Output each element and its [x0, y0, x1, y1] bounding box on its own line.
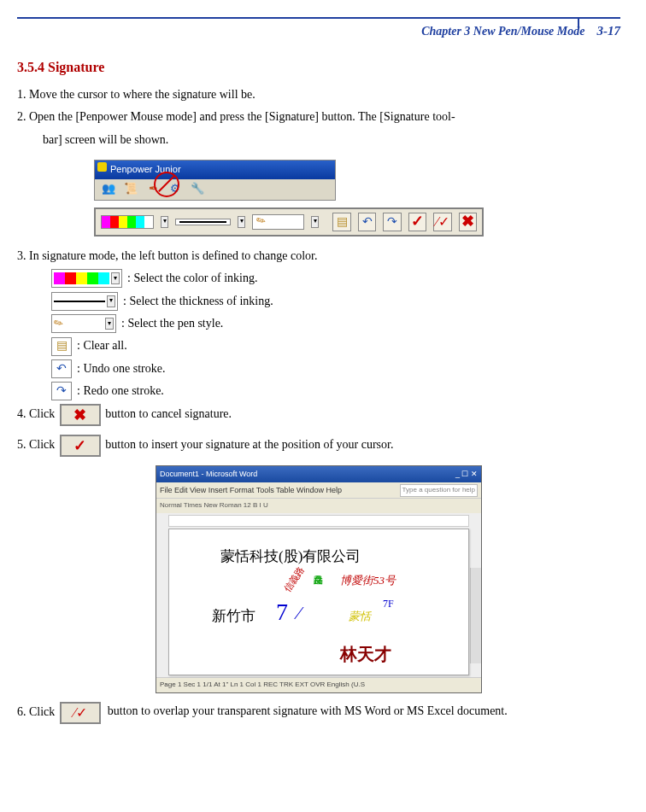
- thickness-picker[interactable]: [175, 219, 231, 225]
- doc-text-2: 新竹市: [212, 605, 255, 628]
- option-redo-label: : Redo one stroke.: [77, 382, 164, 400]
- step-2-line1: 2. Open the [Penpower Mouse mode] and pr…: [17, 108, 620, 126]
- option-color: ▾ : Select the color of inking.: [51, 269, 620, 288]
- option-thickness-label: : Select the thickness of inking.: [123, 292, 273, 311]
- step-1: 1. Move the cursor to where the signatur…: [17, 85, 620, 104]
- thickness-dropdown[interactable]: ▾: [238, 216, 245, 228]
- option-thickness: ▾ : Select the thickness of inking.: [51, 292, 620, 311]
- ruler-icon: [168, 515, 469, 527]
- clear-button[interactable]: ▤: [332, 213, 350, 231]
- signature-icon[interactable]: ✒: [144, 182, 162, 197]
- overlap-inline-button[interactable]: ⁄✓: [60, 702, 101, 724]
- msword-screenshot: Document1 - Microsoft Word _ ☐ ✕ File Ed…: [156, 465, 482, 692]
- thickness-selector-icon[interactable]: ▾: [51, 292, 118, 311]
- insert-button[interactable]: ✓: [408, 213, 426, 231]
- users-icon[interactable]: 👥: [100, 182, 117, 197]
- signature-text: 林天才: [340, 640, 391, 668]
- settings-icon[interactable]: 🔧: [189, 182, 206, 197]
- gear-icon[interactable]: ⚙: [167, 182, 184, 197]
- step-3: 3. In signature mode, the left button is…: [17, 247, 620, 266]
- annotation-5: 蒙恬: [349, 608, 371, 626]
- annotation-1: 信義路: [280, 564, 308, 595]
- window-controls-icon: _ ☐ ✕: [455, 468, 478, 480]
- help-search[interactable]: Type a question for help: [400, 484, 478, 497]
- annotation-4: 7F: [383, 596, 394, 612]
- step-2-line2: bar] screen will be shown.: [17, 131, 620, 149]
- step-5: 5. Click ✓ button to insert your signatu…: [17, 435, 620, 457]
- section-heading: 3.5.4 Signature: [17, 56, 620, 79]
- cancel-button[interactable]: ✖: [459, 213, 477, 231]
- word-menubar: File Edit View Insert Format Tools Table…: [156, 482, 481, 498]
- annotation-line: ⁄: [297, 598, 301, 628]
- insert-inline-button[interactable]: ✓: [60, 435, 101, 457]
- redo-button[interactable]: ↷: [383, 213, 401, 231]
- doc-text-1: 蒙恬科技(股)有限公司: [220, 545, 361, 568]
- undo-icon[interactable]: ↶: [51, 359, 72, 378]
- pen-selector-icon[interactable]: ✎▾: [51, 314, 116, 333]
- option-undo: ↶ : Undo one stroke.: [51, 359, 620, 378]
- pen-dropdown[interactable]: ▾: [311, 216, 319, 228]
- redo-icon[interactable]: ↷: [51, 382, 72, 400]
- page-number: 3-17: [597, 20, 621, 41]
- color-picker[interactable]: [101, 215, 154, 229]
- junior-titlebar: Penpower Junior: [95, 161, 335, 179]
- clear-icon[interactable]: ▤: [51, 337, 72, 356]
- option-redo: ↷ : Redo one stroke.: [51, 382, 620, 400]
- option-clear-label: : Clear all.: [77, 336, 127, 355]
- word-statusbar: Page 1 Sec 1 1/1 At 1" Ln 1 Col 1 REC TR…: [156, 677, 481, 692]
- option-color-label: : Select the color of inking.: [127, 269, 257, 288]
- word-title: Document1 - Microsoft Word: [160, 468, 257, 480]
- signature-toolbar: ▾ ▾ ✎ ▾ ▤ ↶ ↷ ✓ ⁄✓ ✖: [94, 207, 484, 237]
- word-toolbar: Normal Times New Roman 12 B I U: [156, 498, 481, 513]
- step-4: 4. Click ✖ button to cancel signature.: [17, 404, 620, 426]
- cancel-inline-button[interactable]: ✖: [60, 404, 101, 426]
- chapter-title: Chapter 3 New Pen/Mouse Mode: [421, 22, 584, 41]
- word-page: 蒙恬科技(股)有限公司 新竹市 信義路 食品路 博愛街53号 7F 蒙恬 7 ⁄…: [168, 529, 469, 675]
- scrollbar-icon[interactable]: [470, 568, 481, 663]
- undo-button[interactable]: ↶: [358, 213, 376, 231]
- option-clear: ▤ : Clear all.: [51, 336, 620, 355]
- option-pen-label: : Select the pen style.: [121, 314, 223, 333]
- color-selector-icon[interactable]: ▾: [51, 269, 122, 288]
- pen-style-picker[interactable]: ✎: [252, 214, 304, 230]
- annotation-7: 7: [276, 593, 288, 632]
- color-dropdown[interactable]: ▾: [161, 216, 168, 228]
- penpower-junior-window: Penpower Junior 👥 📜 ✒ ⚙ 🔧: [94, 160, 336, 201]
- option-pen: ✎▾ : Select the pen style.: [51, 314, 620, 333]
- scroll-icon[interactable]: 📜: [122, 182, 139, 197]
- step-6: 6. Click ⁄✓ button to overlap your trans…: [17, 702, 620, 724]
- overlap-button[interactable]: ⁄✓: [433, 213, 451, 231]
- option-undo-label: : Undo one stroke.: [77, 359, 165, 378]
- annotation-3: 博愛街53号: [340, 572, 396, 590]
